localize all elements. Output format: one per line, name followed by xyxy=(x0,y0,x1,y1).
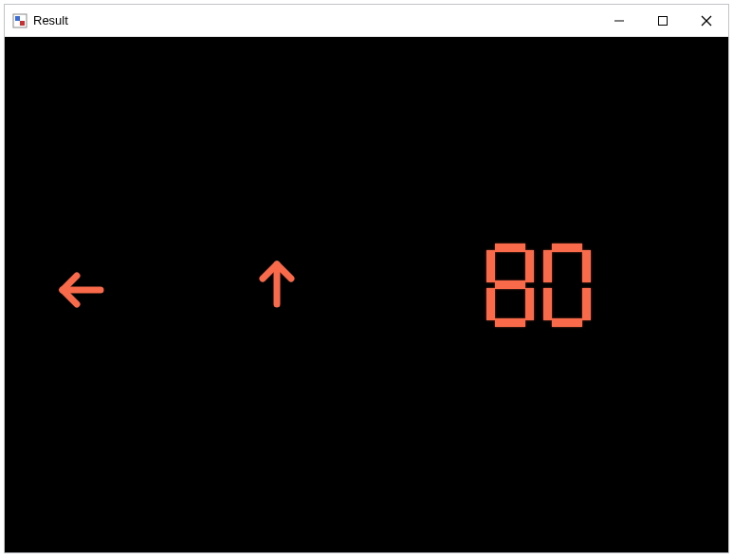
window-controls xyxy=(597,5,728,36)
titlebar[interactable]: Result xyxy=(5,5,728,37)
image-viewport xyxy=(5,37,728,552)
svg-rect-2 xyxy=(20,21,25,26)
close-button[interactable] xyxy=(685,5,728,36)
app-window: Result xyxy=(4,4,729,553)
arrow-up-icon xyxy=(256,257,298,314)
minimize-button[interactable] xyxy=(597,5,641,36)
digit-1 xyxy=(543,244,591,327)
svg-rect-4 xyxy=(659,16,668,25)
arrow-left-icon xyxy=(57,269,106,315)
maximize-button[interactable] xyxy=(641,5,685,36)
seven-segment-display xyxy=(486,244,591,327)
window-title: Result xyxy=(33,13,68,27)
app-icon xyxy=(12,13,27,28)
svg-rect-1 xyxy=(15,16,20,21)
digit-0 xyxy=(486,244,534,327)
